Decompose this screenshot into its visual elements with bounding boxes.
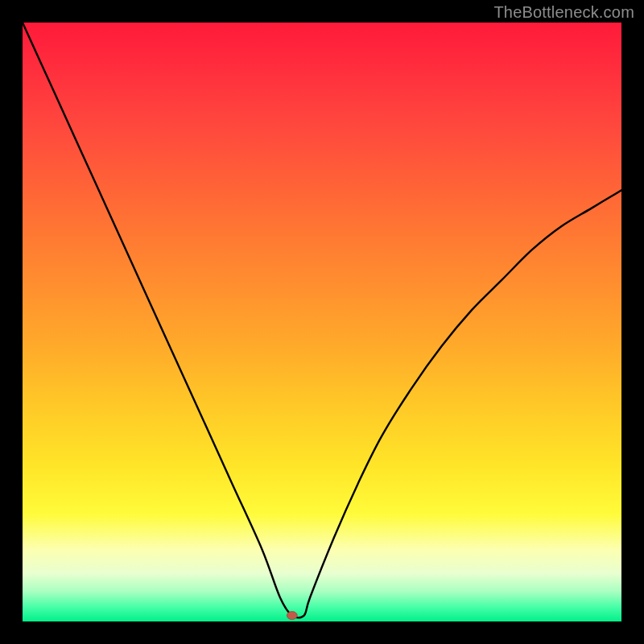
chart-frame: TheBottleneck.com [0,0,644,644]
curve-svg [23,23,621,621]
bottleneck-curve-path [23,23,621,617]
plot-area [23,23,621,621]
minimum-marker-icon [287,612,297,620]
watermark-text: TheBottleneck.com [493,3,634,22]
